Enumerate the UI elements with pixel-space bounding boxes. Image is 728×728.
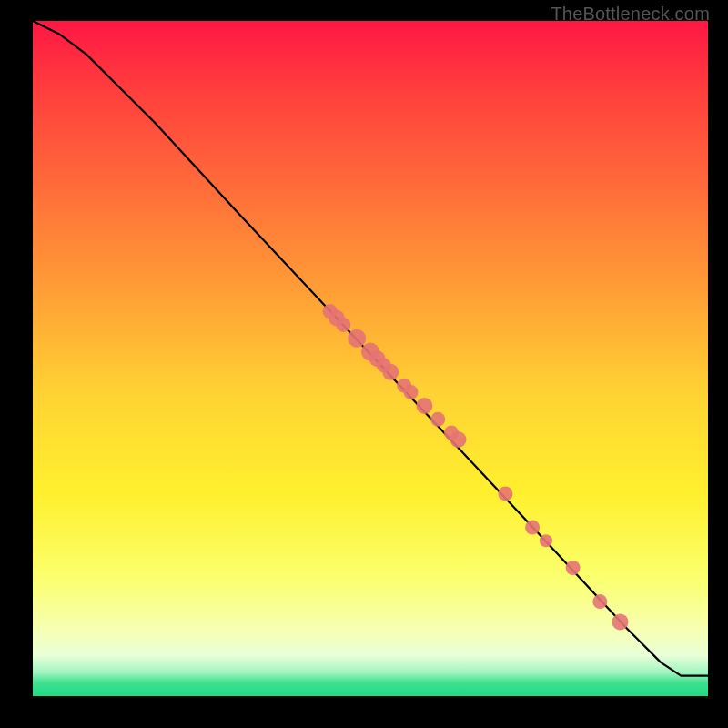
data-point <box>540 534 552 547</box>
data-point <box>348 329 366 348</box>
data-point <box>612 613 629 630</box>
chart-overlay <box>33 21 708 696</box>
data-point <box>430 412 445 427</box>
watermark-text: TheBottleneck.com <box>551 4 710 25</box>
data-point <box>416 398 432 414</box>
data-point <box>498 486 512 500</box>
data-point <box>592 594 607 609</box>
chart-container: TheBottleneck.com <box>0 0 728 728</box>
data-point <box>336 318 350 332</box>
data-point <box>404 385 419 399</box>
data-point <box>525 521 540 535</box>
data-point <box>382 364 399 380</box>
data-point <box>566 561 581 575</box>
data-point <box>450 431 467 448</box>
